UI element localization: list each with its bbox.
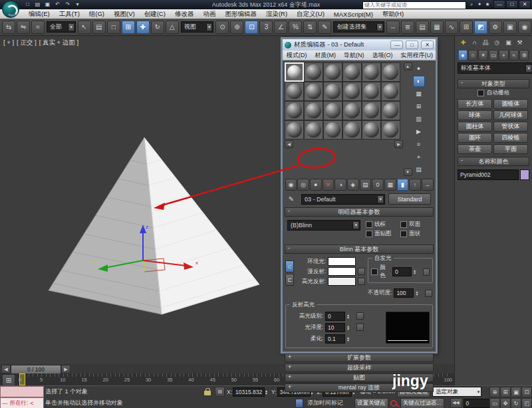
bind-to-space-warp-icon[interactable]: ≈ (31, 21, 45, 34)
minimize-button[interactable]: — (493, 0, 505, 9)
soften-spinner[interactable] (347, 336, 352, 342)
undo-icon[interactable]: ↶ (53, 1, 62, 8)
unlink-selection-icon[interactable]: ⇋ (17, 21, 30, 34)
tab-modify-icon[interactable]: ∩ (469, 37, 480, 49)
diffuse-specular-lock-button[interactable]: ⊏ (285, 274, 294, 286)
render-production-icon[interactable]: ◉ (518, 21, 531, 34)
reset-map-icon[interactable]: ✕ (323, 179, 334, 191)
specular-level-map-button[interactable] (356, 312, 364, 320)
me-menu-item[interactable]: 材质(M) (311, 51, 340, 60)
material-sample-slots[interactable] (285, 62, 403, 140)
shader-option-checkbox[interactable]: 面状 (400, 229, 432, 239)
ambient-diffuse-lock-button[interactable]: ⊂ (285, 260, 294, 272)
opacity-spinner[interactable] (416, 290, 421, 296)
specular-level-spinner[interactable] (347, 314, 352, 319)
me-close-button[interactable]: ✕ (421, 41, 434, 49)
background-icon[interactable]: ▦ (413, 88, 425, 100)
object-name-field[interactable]: Pyramid002 (458, 169, 519, 180)
specular-color-swatch[interactable] (328, 277, 356, 286)
subtab-shapes-icon[interactable]: ○ (468, 50, 477, 60)
maxscript-mini-listener[interactable]: — 所在行: < (0, 397, 44, 408)
show-end-result-icon[interactable]: ▮ (397, 179, 409, 191)
tab-hierarchy-icon[interactable]: 品 (481, 37, 491, 49)
me-maximize-button[interactable]: □ (406, 41, 418, 49)
align-icon[interactable]: ≣ (401, 21, 414, 34)
redo-icon[interactable]: ↷ (63, 1, 72, 8)
me-menu-item[interactable]: 选项(O) (368, 51, 397, 60)
keyboard-shortcut-override-icon[interactable]: ⊡ (245, 21, 258, 34)
maxscript-mini-listener-macro[interactable] (0, 386, 44, 397)
application-menu-logo-icon[interactable] (2, 1, 19, 18)
name-and-color-rollout[interactable]: 名称和颜色 (458, 157, 529, 166)
sample-uv-tiling-icon[interactable]: ⊞ (413, 101, 425, 112)
set-key-button[interactable]: 设置关键点 (354, 398, 388, 408)
put-to-library-icon[interactable]: ▤ (360, 179, 372, 191)
zoom-extents-all-icon[interactable]: ⊡ (521, 387, 532, 397)
previous-frame-button[interactable]: ◀ (1, 365, 11, 373)
reference-coordinate-dropdown[interactable]: 视图 (181, 21, 214, 33)
glossiness-map-button[interactable] (356, 324, 364, 331)
primitive-button[interactable]: 圆环 (458, 133, 492, 143)
menu-item[interactable]: 工具(T) (55, 10, 84, 19)
ambient-color-swatch[interactable] (328, 257, 356, 266)
menu-item[interactable]: 动画 (198, 10, 220, 19)
menu-item[interactable]: 编辑(E) (24, 10, 55, 19)
selection-filter-dropdown[interactable]: 全部 (47, 21, 76, 33)
spinner-snap-icon[interactable]: ⇅ (303, 21, 317, 34)
layer-manager-icon[interactable]: ▤ (416, 21, 429, 34)
primitive-button[interactable]: 圆柱体 (458, 122, 492, 132)
make-unique-icon[interactable]: ◈ (347, 179, 359, 191)
rendered-frame-window-icon[interactable]: ▣ (503, 21, 517, 34)
quick-access-more-icon[interactable]: ▾ (73, 1, 82, 8)
material-name-dropdown[interactable]: 03 - Default (301, 194, 385, 205)
next-frame-button[interactable]: ▶ (61, 365, 70, 373)
add-time-tag[interactable]: 添加时间标记 (307, 399, 343, 407)
open-file-icon[interactable]: ▤ (33, 1, 42, 8)
schematic-view-icon[interactable]: ⊞ (460, 21, 473, 34)
mirror-icon[interactable]: ⇔ (386, 21, 400, 34)
menu-item[interactable]: 帮助(H) (378, 10, 408, 19)
x-coordinate-field[interactable]: 10315.832 (233, 387, 265, 397)
put-material-to-scene-icon[interactable]: ◎ (297, 179, 309, 191)
diffuse-map-button[interactable] (358, 268, 365, 275)
tab-display-icon[interactable]: ▣ (503, 37, 514, 49)
collapsed-rollout-header[interactable]: 超级采样 (285, 363, 434, 372)
orbit-icon[interactable]: ↻ (511, 398, 521, 408)
angle-snap-icon[interactable]: ∠ (274, 21, 287, 34)
primitive-button[interactable]: 球体 (458, 110, 492, 120)
named-selection-sets-dropdown[interactable]: 创建选择集 (333, 21, 384, 33)
assign-material-to-selection-icon[interactable]: ● (310, 179, 322, 191)
save-file-icon[interactable]: ▣ (43, 1, 52, 8)
menu-item[interactable]: 自定义(U) (292, 10, 329, 19)
slots-scroll-up-button[interactable]: ▲ (404, 62, 412, 70)
menu-item[interactable]: 创建(C) (140, 10, 170, 19)
select-and-manipulate-icon[interactable]: ⊕ (230, 21, 243, 34)
maximize-viewport-icon[interactable]: ◰ (521, 398, 532, 408)
set-keys-key-icon[interactable] (390, 400, 397, 407)
self-illum-color-checkbox[interactable] (371, 268, 378, 275)
primitive-button[interactable]: 几何球体 (493, 110, 528, 120)
primitive-category-dropdown[interactable]: 标准基本体 (458, 62, 532, 74)
primitive-button[interactable]: 管状体 (493, 122, 528, 132)
shader-option-checkbox[interactable]: 双面 (400, 220, 432, 229)
new-file-icon[interactable]: □ (23, 1, 32, 8)
menu-item[interactable]: 修改器 (170, 10, 199, 19)
tab-utilities-icon[interactable]: ⚒ (515, 37, 525, 49)
slots-scroll-right-button[interactable]: ▶ (394, 140, 403, 148)
primitive-button[interactable]: 长方体 (458, 99, 492, 109)
tab-create-icon[interactable]: ✚ (458, 37, 469, 49)
zoom-extents-icon[interactable]: ▣ (511, 387, 521, 397)
primitive-button[interactable]: 茶壶 (458, 144, 492, 154)
select-and-rotate-icon[interactable]: ↻ (151, 21, 164, 34)
select-by-name-icon[interactable]: ▤ (92, 21, 106, 34)
autogrid-checkbox[interactable] (477, 90, 484, 96)
self-illum-map-button[interactable] (423, 268, 430, 276)
sample-type-icon[interactable]: ● (413, 63, 425, 74)
self-illum-value-field[interactable]: 0 (392, 267, 412, 276)
menu-item[interactable]: 图形编辑器 (220, 10, 261, 19)
make-material-copy-icon[interactable]: ◑ (334, 179, 346, 191)
material-map-navigator-icon[interactable]: ▤ (413, 164, 425, 175)
favorites-icon[interactable]: ★ (483, 1, 491, 8)
me-menu-item[interactable]: 模式(D) (283, 51, 311, 60)
use-pivot-center-icon[interactable]: ⊙ (215, 21, 229, 34)
